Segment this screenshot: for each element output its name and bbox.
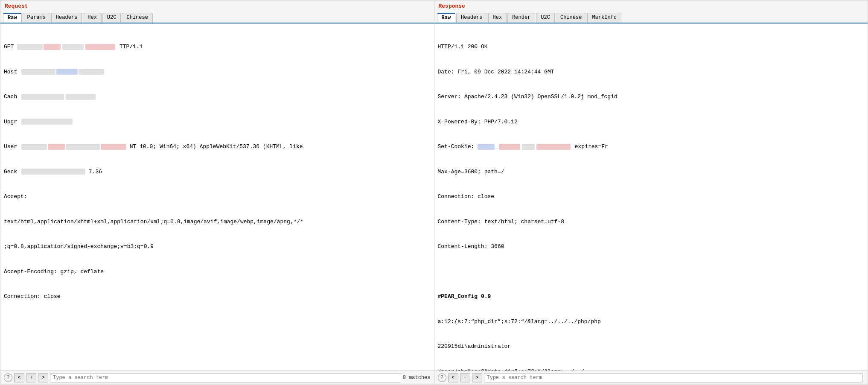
request-next-button[interactable]: >: [38, 373, 48, 382]
request-tabs: Raw Params Headers Hex U2C Chinese: [3, 11, 431, 23]
request-line-6: Geck 7.36: [4, 168, 431, 176]
response-line-path1: 220915di\administrator: [438, 342, 865, 351]
request-footer: ? < + > 0 matches: [0, 370, 434, 385]
response-add-button[interactable]: +: [460, 373, 470, 382]
request-help-button[interactable]: ?: [4, 373, 12, 382]
response-panel: Response Raw Headers Hex Render U2C Chin…: [434, 0, 868, 385]
request-line-8: text/html,application/xhtml+xml,applicat…: [4, 218, 431, 226]
response-panel-header: Response Raw Headers Hex Render U2C Chin…: [434, 0, 868, 23]
response-line-1: HTTP/1.1 200 OK: [438, 43, 865, 51]
tab-u2c-response[interactable]: U2C: [536, 13, 555, 23]
response-line-array: a:12:{s:7:“php_dir”;s:72:“/&lang=../../.…: [438, 318, 865, 326]
response-line-pear: #PEAR_Config 0.9: [438, 292, 865, 301]
request-panel: Request Raw Params Headers Hex U2C Chine…: [0, 0, 434, 385]
request-line-1: GET TTP/1.1: [4, 43, 431, 51]
response-line-7: Connection: close: [438, 192, 865, 201]
response-line-9: Content-Length: 3660: [438, 242, 865, 251]
request-search-input[interactable]: [50, 373, 401, 382]
response-help-button[interactable]: ?: [438, 373, 446, 382]
tab-hex-response[interactable]: Hex: [488, 13, 507, 23]
response-search-input[interactable]: [484, 373, 863, 382]
request-panel-header: Request Raw Params Headers Hex U2C Chine…: [0, 0, 434, 23]
tab-chinese-request[interactable]: Chinese: [122, 13, 152, 23]
request-add-button[interactable]: +: [26, 373, 36, 382]
response-content: HTTP/1.1 200 OK Date: Fri, 09 Dec 2022 1…: [434, 23, 868, 370]
tab-markinfo-response[interactable]: MarkInfo: [587, 13, 621, 23]
request-line-10: Accept-Encoding: gzip, deflate: [4, 268, 431, 276]
tab-render-response[interactable]: Render: [507, 13, 535, 23]
tab-raw-request[interactable]: Raw: [3, 13, 22, 23]
request-matches-label: 0 matches: [403, 375, 431, 381]
tab-hex-request[interactable]: Hex: [83, 13, 102, 23]
request-prev-button[interactable]: <: [14, 373, 24, 382]
request-line-11: Connection: close: [4, 292, 431, 301]
tab-u2c-request[interactable]: U2C: [102, 13, 121, 23]
response-prev-button[interactable]: <: [448, 373, 458, 382]
request-line-2: Host: [4, 68, 431, 76]
tab-headers-response[interactable]: Headers: [456, 13, 487, 23]
request-line-3: Cach: [4, 93, 431, 101]
response-line-3: Server: Apache/2.4.23 (Win32) OpenSSL/1.…: [438, 93, 865, 101]
request-line-7: Accept:: [4, 192, 431, 201]
request-line-5: User NT 10.0; Win64; x64) AppleWebKit/53…: [4, 143, 431, 151]
response-line-8: Content-Type: text/html; charset=utf-8: [438, 218, 865, 226]
response-panel-title: Response: [437, 2, 865, 11]
response-line-4: X-Powered-By: PHP/7.0.12: [438, 118, 865, 126]
response-footer: ? < + >: [434, 370, 868, 385]
request-content: GET TTP/1.1 Host Cach Upgr User NT 10.0;…: [0, 23, 434, 370]
request-line-9: ;q=0.8,application/signed-exchange;v=b3;…: [4, 242, 431, 251]
tab-chinese-response[interactable]: Chinese: [556, 13, 586, 23]
tab-params-request[interactable]: Params: [23, 13, 50, 23]
response-line-2: Date: Fri, 09 Dec 2022 14:24:44 GMT: [438, 68, 865, 76]
response-line-empty: [438, 268, 865, 276]
tab-raw-response[interactable]: Raw: [437, 13, 456, 23]
request-line-4: Upgr: [4, 118, 431, 126]
response-tabs: Raw Headers Hex Render U2C Chinese MarkI…: [437, 11, 865, 23]
response-line-5: Set-Cookie: _ expires=Fr: [438, 143, 865, 151]
response-next-button[interactable]: >: [472, 373, 482, 382]
response-line-6: Max-Age=3600; path=/: [438, 168, 865, 176]
request-panel-title: Request: [3, 2, 431, 11]
tab-headers-request[interactable]: Headers: [51, 13, 82, 23]
response-line-path2: /pear/php”;s:8“data_dir”;s:72:“/&lang=..…: [438, 368, 865, 371]
